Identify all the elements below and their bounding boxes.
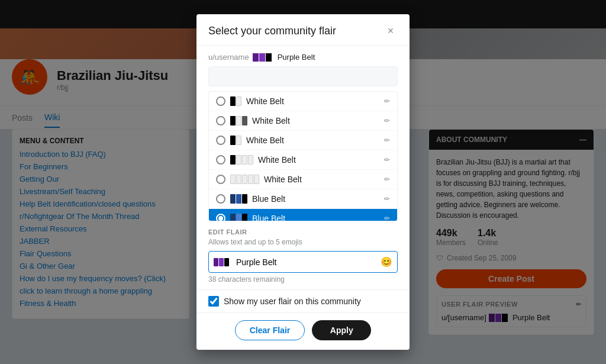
edit-flair-hint: Allows text and up to 5 emojis — [208, 238, 398, 246]
flair-modal: Select your community flair × u/username… — [196, 14, 410, 350]
preview-belt-icon — [253, 53, 272, 62]
flair-belt-icon-0 — [230, 96, 241, 106]
edit-flair-belt-icons — [209, 258, 234, 266]
flair-item-label-4: White Belt — [264, 175, 379, 184]
flair-item-6[interactable]: Blue Belt ✏ — [209, 209, 397, 221]
flair-belt-icon-5 — [230, 194, 247, 204]
flair-item-label-3: White Belt — [258, 155, 379, 165]
flair-edit-5: ✏ — [384, 195, 390, 203]
flair-edit-0: ✏ — [384, 97, 390, 105]
modal-footer: Clear Flair Apply — [196, 313, 410, 350]
clear-flair-button[interactable]: Clear Flair — [235, 320, 305, 340]
edit-flair-label: EDIT FLAIR — [208, 228, 398, 236]
flair-edit-2: ✏ — [384, 136, 390, 144]
flair-radio-6[interactable] — [216, 214, 225, 221]
flair-edit-6: ✏ — [384, 214, 390, 221]
apply-button[interactable]: Apply — [312, 320, 371, 340]
show-flair-label[interactable]: Show my user flair on this community — [224, 297, 361, 306]
preview-belt-seg-1 — [253, 53, 259, 62]
edit-flair-emoji-button[interactable]: 😊 — [376, 252, 397, 272]
flair-item-label-0: White Belt — [246, 96, 379, 106]
flair-item-4[interactable]: White Belt ✏ — [209, 170, 397, 189]
flair-item-label-6: Blue Belt — [252, 214, 379, 221]
modal-close-button[interactable]: × — [383, 24, 398, 38]
flair-item-3[interactable]: White Belt ✏ — [209, 150, 397, 170]
flair-belt-icon-3 — [230, 155, 253, 165]
flair-item-label-5: Blue Belt — [252, 194, 379, 204]
current-flair-preview: u/username Purple Belt — [196, 46, 410, 66]
show-flair-checkbox[interactable] — [208, 296, 219, 307]
flair-edit-4: ✏ — [384, 175, 390, 183]
edit-flair-text-input[interactable] — [234, 253, 376, 272]
flair-radio-2[interactable] — [216, 136, 225, 145]
flair-item-label-2: White Belt — [246, 136, 379, 145]
flair-edit-1: ✏ — [384, 117, 390, 125]
flair-item-0[interactable]: White Belt ✏ — [209, 92, 397, 111]
flair-item-1[interactable]: White Belt ✏ — [209, 111, 397, 131]
modal-body: u/username Purple Belt — [196, 46, 410, 313]
show-flair-row: Show my user flair on this community — [196, 289, 410, 313]
flair-edit-3: ✏ — [384, 156, 390, 164]
flair-radio-0[interactable] — [216, 96, 225, 106]
flair-list: White Belt ✏ White Belt ✏ — [208, 91, 398, 221]
edit-belt-icon — [214, 258, 229, 266]
flair-belt-icon-6 — [230, 214, 247, 221]
preview-username: u/username — [208, 53, 249, 62]
flair-search-input[interactable] — [208, 66, 398, 86]
edit-flair-chars-remaining: 38 characters remaining — [208, 275, 398, 284]
modal-header: Select your community flair × — [196, 14, 410, 46]
flair-item-2[interactable]: White Belt ✏ — [209, 131, 397, 150]
flair-radio-3[interactable] — [216, 155, 225, 165]
preview-belt-seg-3 — [266, 53, 272, 62]
modal-overlay[interactable]: Select your community flair × u/username… — [0, 0, 606, 364]
preview-belt-seg-2 — [259, 53, 265, 62]
flair-radio-1[interactable] — [216, 116, 225, 125]
edit-flair-input-row: 😊 — [208, 251, 398, 273]
flair-radio-4[interactable] — [216, 175, 225, 184]
edit-flair-section: EDIT FLAIR Allows text and up to 5 emoji… — [196, 221, 410, 289]
flair-belt-icon-4 — [230, 175, 259, 184]
flair-belt-icon-1 — [230, 116, 247, 125]
flair-search-container — [196, 66, 410, 91]
flair-item-5[interactable]: Blue Belt ✏ — [209, 189, 397, 209]
flair-item-label-1: White Belt — [252, 116, 379, 125]
flair-belt-icon-2 — [230, 136, 241, 145]
preview-belt-label: Purple Belt — [278, 53, 315, 62]
flair-radio-5[interactable] — [216, 194, 225, 204]
modal-title: Select your community flair — [208, 25, 336, 37]
